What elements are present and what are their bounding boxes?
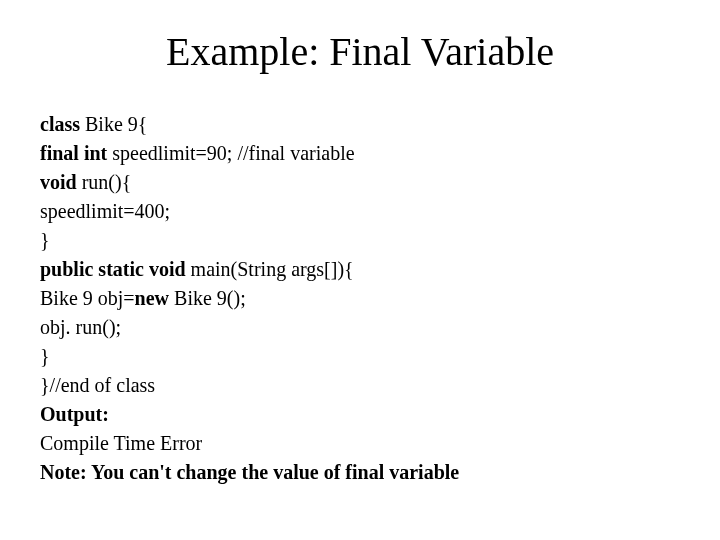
- code-line-10: }//end of class: [40, 372, 680, 399]
- code-line-5: }: [40, 227, 680, 254]
- keyword-new: new: [135, 287, 169, 309]
- keyword-public-static-void: public static void: [40, 258, 186, 280]
- code-line-8: obj. run();: [40, 314, 680, 341]
- code-line-7: Bike 9 obj=new Bike 9();: [40, 285, 680, 312]
- note-line: Note: You can't change the value of fina…: [40, 459, 680, 486]
- code-line-6: public static void main(String args[]){: [40, 256, 680, 283]
- slide-body: class Bike 9{ final int speedlimit=90; /…: [40, 111, 680, 486]
- code-text: main(String args[]){: [186, 258, 354, 280]
- slide: Example: Final Variable class Bike 9{ fi…: [0, 0, 720, 540]
- code-text: Bike 9();: [169, 287, 246, 309]
- code-line-9: }: [40, 343, 680, 370]
- output-label: Output:: [40, 401, 680, 428]
- code-text: run(){: [77, 171, 132, 193]
- keyword-final-int: final int: [40, 142, 107, 164]
- code-line-3: void run(){: [40, 169, 680, 196]
- code-line-2: final int speedlimit=90; //final variabl…: [40, 140, 680, 167]
- code-text: Bike 9{: [80, 113, 147, 135]
- slide-title: Example: Final Variable: [40, 28, 680, 75]
- code-line-4: speedlimit=400;: [40, 198, 680, 225]
- code-text: Bike 9 obj=: [40, 287, 135, 309]
- keyword-class: class: [40, 113, 80, 135]
- output-value: Compile Time Error: [40, 430, 680, 457]
- code-text: speedlimit=90; //final variable: [107, 142, 354, 164]
- keyword-void: void: [40, 171, 77, 193]
- code-line-1: class Bike 9{: [40, 111, 680, 138]
